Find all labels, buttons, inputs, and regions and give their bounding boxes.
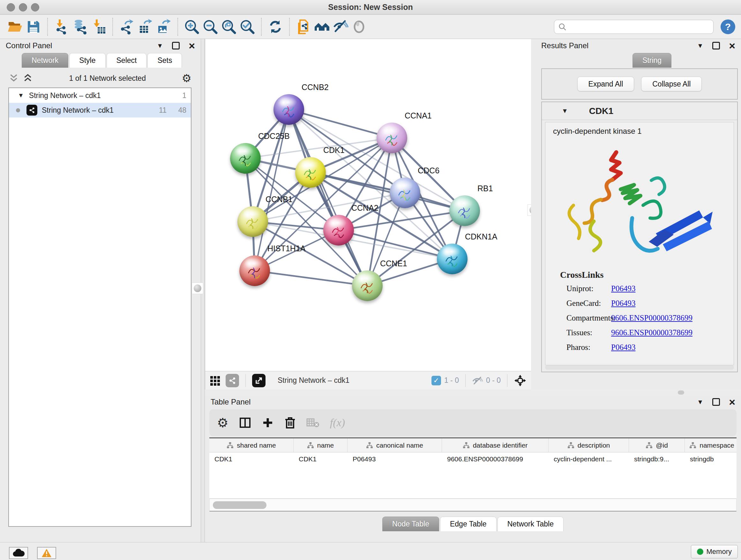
birdseye-grid-icon[interactable]: [210, 375, 221, 386]
edge-CCNB2-CCNE1[interactable]: [289, 110, 367, 286]
window-zoom-light[interactable]: [31, 3, 39, 11]
open-file-icon[interactable]: [6, 17, 24, 37]
left-splitter-handle[interactable]: [192, 283, 203, 294]
crosslink-value-link[interactable]: P06493: [611, 343, 635, 352]
selected-checkbox-icon[interactable]: ✓: [431, 376, 441, 385]
node-CCNE1[interactable]: [352, 270, 383, 301]
table-cell[interactable]: 9606.ENSP00000378699: [442, 452, 549, 466]
fit-content-crosshair-icon[interactable]: [514, 374, 527, 387]
zoom-fit-icon[interactable]: [219, 17, 238, 37]
table-row[interactable]: CDK1CDK1P064939606.ENSP00000378699cyclin…: [209, 452, 737, 466]
help-button[interactable]: ?: [721, 19, 735, 34]
hide-selected-icon[interactable]: [331, 17, 350, 37]
results-scrollbar[interactable]: [545, 365, 734, 370]
panel-close-icon[interactable]: ×: [189, 42, 195, 50]
node-CCNB2[interactable]: [273, 94, 304, 125]
zoom-in-icon[interactable]: [183, 17, 201, 37]
column-header-database-identifier[interactable]: database identifier: [442, 438, 549, 452]
table-hscrollbar[interactable]: [209, 499, 737, 511]
table-cell[interactable]: stringdb: [685, 452, 737, 466]
window-minimize-light[interactable]: [19, 3, 27, 11]
crosslink-value-link[interactable]: 9606.ENSP00000378699: [611, 314, 692, 322]
open-in-window-icon[interactable]: [252, 374, 266, 387]
crosslink-value-link[interactable]: 9606.ENSP00000378699: [611, 328, 692, 337]
refresh-icon[interactable]: [266, 17, 285, 37]
node-CDC25B[interactable]: [230, 143, 261, 174]
warning-button[interactable]: [37, 547, 56, 559]
node-RB1[interactable]: [449, 195, 480, 226]
panel-close-icon[interactable]: ×: [729, 398, 735, 406]
panel-close-icon[interactable]: ×: [729, 42, 735, 50]
add-column-icon[interactable]: [262, 417, 274, 429]
panel-collapse-icon[interactable]: ▼: [697, 42, 703, 50]
panel-collapse-icon[interactable]: ▼: [697, 398, 703, 406]
tab-network-table[interactable]: Network Table: [497, 516, 563, 531]
crosslink-value-link[interactable]: P06493: [611, 284, 635, 293]
delete-column-icon[interactable]: [284, 416, 296, 429]
save-session-icon[interactable]: [24, 17, 43, 37]
table-cell[interactable]: stringdb:9...: [629, 452, 685, 466]
tab-string[interactable]: String: [632, 53, 671, 68]
zoom-selected-icon[interactable]: [238, 17, 257, 37]
column-header--id[interactable]: @id: [629, 438, 685, 452]
column-header-namespace[interactable]: namespace: [685, 438, 737, 452]
show-columns-icon[interactable]: [239, 416, 252, 429]
copy-network-icon[interactable]: [294, 17, 313, 37]
edge-HIST1H1A-CCNE1[interactable]: [255, 271, 367, 286]
export-table-icon[interactable]: [136, 17, 154, 37]
tab-node-table[interactable]: Node Table: [382, 516, 439, 531]
table-settings-gear-icon[interactable]: ⚙: [217, 418, 228, 428]
panel-collapse-icon[interactable]: ▼: [157, 42, 163, 50]
panel-float-icon[interactable]: [712, 42, 720, 50]
node-CCNA2[interactable]: [323, 215, 354, 246]
entry-expander-icon[interactable]: ▼: [562, 107, 568, 115]
network-canvas[interactable]: CCNB2CCNA1CDC25BCDK1CDC6RB1CCNB1CCNA2CDK…: [205, 39, 531, 371]
table-cell[interactable]: cyclin-dependent ...: [549, 452, 629, 466]
window-close-light[interactable]: [7, 3, 15, 11]
column-header-name[interactable]: name: [293, 438, 347, 452]
string-home-icon[interactable]: [313, 17, 331, 37]
node-CDK1[interactable]: [295, 157, 326, 188]
memory-button[interactable]: Memory: [691, 545, 738, 558]
crosslink-value-link[interactable]: P06493: [611, 299, 635, 308]
tab-select[interactable]: Select: [107, 53, 147, 68]
import-table-icon[interactable]: [89, 17, 108, 37]
collapse-all-button[interactable]: Collapse All: [641, 77, 702, 91]
collapse-all-chevron-icon[interactable]: [22, 73, 33, 83]
zoom-out-icon[interactable]: [201, 17, 219, 37]
edge-CDK1-RB1[interactable]: [311, 172, 465, 211]
table-cell[interactable]: P06493: [347, 452, 442, 466]
node-CDC6[interactable]: [390, 178, 420, 208]
table-cell[interactable]: CDK1: [293, 452, 347, 466]
tab-sets[interactable]: Sets: [147, 53, 182, 68]
node-CDKN1A[interactable]: [437, 244, 468, 274]
export-network-icon[interactable]: [118, 17, 136, 37]
panel-float-icon[interactable]: [172, 42, 180, 50]
tab-style[interactable]: Style: [69, 53, 105, 68]
panel-float-icon[interactable]: [712, 398, 720, 406]
expand-all-button[interactable]: Expand All: [577, 77, 634, 91]
gear-icon[interactable]: ⚙: [182, 73, 192, 83]
table-cell[interactable]: CDK1: [209, 452, 293, 466]
export-image-icon[interactable]: [154, 17, 173, 37]
node-CCNB1[interactable]: [238, 206, 268, 237]
column-header-canonical-name[interactable]: canonical name: [347, 438, 442, 452]
node-HIST1H1A[interactable]: [239, 255, 270, 286]
search-input[interactable]: [566, 23, 710, 31]
preview-eye-icon[interactable]: [350, 17, 368, 37]
column-header-description[interactable]: description: [549, 438, 629, 452]
expand-all-chevron-icon[interactable]: [8, 73, 19, 83]
entry-header[interactable]: ▼ CDK1: [542, 102, 737, 120]
import-network-file-icon[interactable]: [52, 17, 71, 37]
tab-network[interactable]: Network: [22, 53, 68, 68]
network-row-selected[interactable]: String Network – cdk1 11 48: [9, 103, 191, 118]
cloud-button[interactable]: [9, 547, 28, 559]
node-CCNA1[interactable]: [377, 123, 407, 153]
column-header-shared-name[interactable]: shared name: [209, 438, 293, 452]
network-collection-row[interactable]: ▼ String Network – cdk1 1: [9, 88, 191, 103]
tab-edge-table[interactable]: Edge Table: [440, 516, 496, 531]
horizontal-splitter[interactable]: [205, 389, 741, 395]
import-network-database-icon[interactable]: [71, 17, 89, 37]
horizontal-splitter-handle[interactable]: [678, 390, 684, 395]
tree-expander-icon[interactable]: ▼: [18, 92, 24, 99]
